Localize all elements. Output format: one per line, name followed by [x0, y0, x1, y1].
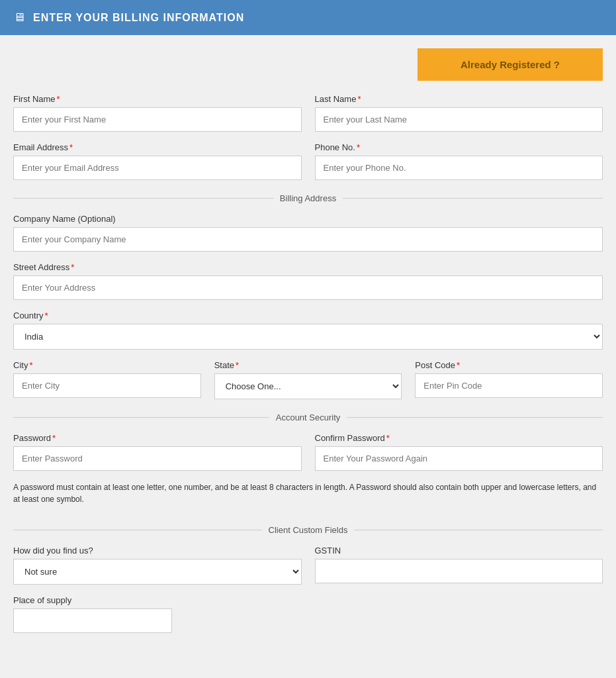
- postcode-input[interactable]: [415, 373, 603, 398]
- street-address-input[interactable]: [13, 275, 603, 300]
- country-row: Country* India: [13, 311, 603, 350]
- place-of-supply-group: Place of supply: [13, 595, 172, 633]
- email-label: Email Address*: [13, 142, 302, 152]
- place-of-supply-row: Place of supply: [13, 595, 603, 633]
- custom-fields-row: How did you find us? Not sure GSTIN: [13, 546, 603, 585]
- company-name-group: Company Name (Optional): [13, 214, 603, 252]
- phone-label: Phone No.*: [315, 142, 603, 152]
- postcode-label: Post Code*: [415, 360, 603, 370]
- custom-fields-label: Client Custom Fields: [269, 525, 348, 535]
- state-group: State* Choose One...: [214, 360, 402, 399]
- how-did-group: How did you find us? Not sure: [13, 546, 302, 585]
- country-group: Country* India: [13, 311, 603, 350]
- street-address-row: Street Address*: [13, 262, 603, 300]
- email-input[interactable]: [13, 156, 302, 180]
- phone-input[interactable]: [315, 156, 603, 180]
- confirm-password-label: Confirm Password*: [315, 433, 603, 443]
- billing-address-divider: Billing Address: [13, 193, 603, 203]
- state-select[interactable]: Choose One...: [214, 373, 402, 399]
- postcode-group: Post Code*: [415, 360, 603, 399]
- custom-fields-divider: Client Custom Fields: [13, 525, 603, 535]
- state-label: State*: [214, 360, 402, 370]
- page-wrapper: 🖥 ENTER YOUR BILLING INFORMATION Already…: [0, 0, 616, 663]
- company-row: Company Name (Optional): [13, 214, 603, 252]
- content-area: Already Registered ? First Name* Last Na…: [0, 48, 616, 663]
- first-name-group: First Name*: [13, 94, 302, 132]
- password-label: Password*: [13, 433, 302, 443]
- confirm-password-group: Confirm Password*: [315, 433, 603, 471]
- header-title: ENTER YOUR BILLING INFORMATION: [33, 12, 244, 24]
- email-group: Email Address*: [13, 142, 302, 180]
- billing-address-section-label: Billing Address: [280, 193, 336, 203]
- city-input[interactable]: [13, 373, 201, 398]
- street-address-group: Street Address*: [13, 262, 603, 300]
- password-group: Password*: [13, 433, 302, 471]
- country-select[interactable]: India: [13, 324, 603, 350]
- account-security-label: Account Security: [276, 412, 341, 422]
- last-name-input[interactable]: [315, 107, 603, 132]
- header-bar: 🖥 ENTER YOUR BILLING INFORMATION: [0, 0, 616, 35]
- first-name-input[interactable]: [13, 107, 302, 132]
- name-row: First Name* Last Name*: [13, 94, 603, 132]
- last-name-label: Last Name*: [315, 94, 603, 104]
- password-row: Password* Confirm Password*: [13, 433, 603, 471]
- already-registered-button[interactable]: Already Registered ?: [418, 48, 603, 81]
- confirm-password-input[interactable]: [315, 446, 603, 471]
- gstin-group: GSTIN: [315, 546, 603, 585]
- city-label: City*: [13, 360, 201, 370]
- billing-icon: 🖥: [13, 11, 25, 24]
- how-did-label: How did you find us?: [13, 546, 302, 556]
- city-state-post-row: City* State* Choose One... Post Code*: [13, 360, 603, 399]
- gstin-input[interactable]: [315, 559, 603, 583]
- place-of-supply-input[interactable]: [13, 608, 172, 633]
- password-hint: A password must contain at least one let…: [13, 481, 603, 505]
- country-label: Country*: [13, 311, 603, 320]
- already-registered-row: Already Registered ?: [13, 48, 603, 81]
- place-of-supply-label: Place of supply: [13, 595, 172, 605]
- company-name-input[interactable]: [13, 227, 603, 252]
- street-address-label: Street Address*: [13, 262, 603, 272]
- password-input[interactable]: [13, 446, 302, 471]
- how-did-select[interactable]: Not sure: [13, 559, 302, 585]
- company-name-label: Company Name (Optional): [13, 214, 603, 224]
- email-phone-row: Email Address* Phone No.*: [13, 142, 603, 180]
- phone-group: Phone No.*: [315, 142, 603, 180]
- first-name-label: First Name*: [13, 94, 302, 104]
- account-security-divider: Account Security: [13, 412, 603, 422]
- city-group: City*: [13, 360, 201, 399]
- gstin-label: GSTIN: [315, 546, 603, 556]
- last-name-group: Last Name*: [315, 94, 603, 132]
